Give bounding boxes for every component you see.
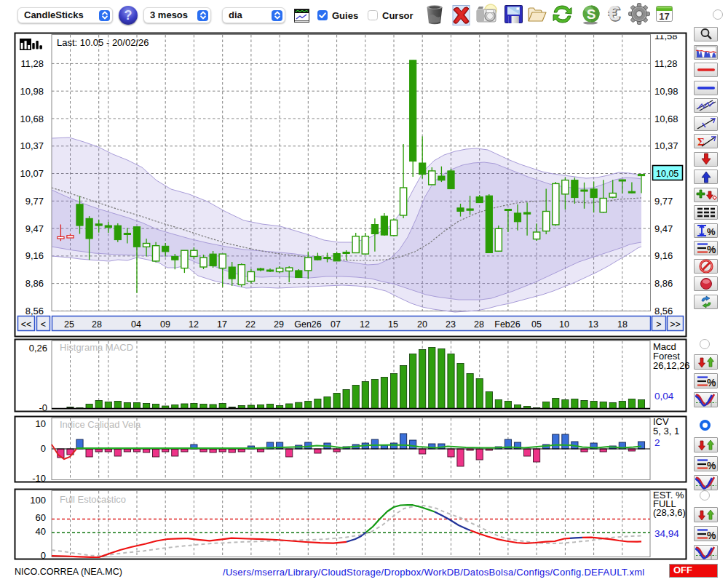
svg-text:100: 100: [30, 495, 46, 506]
svg-text:%: %: [707, 376, 716, 388]
svg-text:-0: -0: [39, 402, 47, 413]
svg-text:11,28: 11,28: [20, 58, 44, 69]
svg-text:20: 20: [417, 319, 427, 330]
svg-text:5, 3, 1: 5, 3, 1: [653, 426, 679, 436]
svg-text:12: 12: [189, 319, 199, 330]
svg-text:%: %: [707, 459, 716, 471]
svg-text:28: 28: [92, 319, 102, 330]
svg-text:%: %: [707, 244, 716, 255]
svg-text:0: 0: [41, 443, 46, 454]
svg-text:11,28: 11,28: [654, 58, 678, 69]
svg-text:Gen26: Gen26: [294, 319, 322, 330]
svg-text:10: 10: [559, 319, 569, 330]
svg-text:04: 04: [131, 319, 141, 330]
svg-text:60: 60: [36, 512, 46, 523]
svg-text:10,68: 10,68: [654, 113, 678, 124]
svg-text:28: 28: [474, 319, 484, 330]
svg-text:12: 12: [360, 319, 370, 330]
svg-text:13: 13: [588, 319, 598, 330]
svg-text:%: %: [707, 529, 716, 541]
svg-text:40: 40: [36, 526, 46, 537]
svg-text:22: 22: [245, 319, 256, 330]
svg-text:26,12,26: 26,12,26: [653, 360, 690, 371]
svg-text:Indice Calidad Vela: Indice Calidad Vela: [60, 419, 141, 430]
svg-text:9,16: 9,16: [654, 250, 673, 261]
svg-text:8,56: 8,56: [654, 306, 673, 316]
svg-text:10,98: 10,98: [654, 86, 678, 97]
svg-text:<: <: [41, 319, 46, 330]
svg-text:9,16: 9,16: [25, 250, 44, 261]
svg-text:07: 07: [331, 319, 341, 330]
svg-text:9,77: 9,77: [654, 196, 673, 207]
svg-text:Σ: Σ: [697, 136, 705, 148]
svg-text:>: >: [656, 319, 661, 330]
svg-text:10: 10: [36, 418, 46, 429]
svg-text:25: 25: [64, 319, 74, 330]
svg-text:0,26: 0,26: [29, 343, 47, 354]
svg-text:29: 29: [274, 319, 284, 330]
svg-text:0: 0: [41, 550, 46, 561]
svg-text:Feb26: Feb26: [494, 319, 520, 330]
svg-text:05: 05: [531, 319, 542, 330]
svg-text:18: 18: [617, 319, 628, 330]
svg-text:10,68: 10,68: [20, 113, 44, 124]
svg-text:15: 15: [388, 319, 398, 330]
svg-text:9,47: 9,47: [654, 223, 673, 234]
svg-text:9,47: 9,47: [25, 223, 44, 234]
svg-text:<<: <<: [21, 319, 32, 330]
svg-text:9,77: 9,77: [25, 196, 44, 207]
svg-text:8,86: 8,86: [654, 278, 673, 289]
svg-text:Full Estocastico: Full Estocastico: [60, 494, 126, 505]
svg-text:(28,3,6): (28,3,6): [653, 507, 686, 518]
svg-text:17: 17: [217, 319, 227, 330]
svg-text:%: %: [707, 226, 716, 237]
svg-text:>>: >>: [670, 319, 681, 330]
svg-text:2: 2: [654, 437, 660, 448]
svg-text:8,56: 8,56: [25, 306, 44, 316]
svg-text:Histgrama MACD: Histgrama MACD: [60, 342, 133, 353]
svg-text:23: 23: [446, 319, 456, 330]
svg-text:34,94: 34,94: [654, 528, 679, 539]
svg-text:10,37: 10,37: [654, 140, 678, 151]
svg-text:Last: 10.05 - 20/02/26: Last: 10.05 - 20/02/26: [57, 37, 149, 48]
svg-text:10,37: 10,37: [20, 140, 44, 151]
svg-text:0,04: 0,04: [654, 391, 674, 402]
svg-text:10,07: 10,07: [20, 168, 44, 179]
svg-text:10,05: 10,05: [656, 169, 678, 179]
svg-text:10,98: 10,98: [20, 86, 44, 97]
svg-text:-10: -10: [32, 473, 46, 484]
svg-text:09: 09: [160, 319, 170, 330]
svg-text:11,58: 11,58: [654, 31, 678, 41]
svg-text:8,86: 8,86: [25, 278, 44, 289]
